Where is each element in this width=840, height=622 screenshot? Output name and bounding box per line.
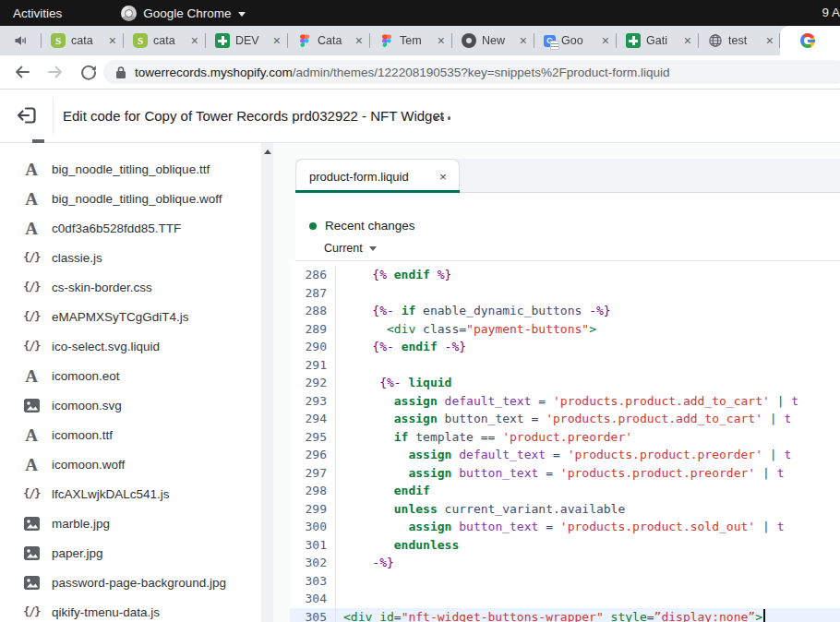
code-area[interactable]: 286 {% endif %}287288 {%- if enable_dyna… [290,261,840,622]
editor-tab-product-form[interactable]: product-form.liquid × [295,159,460,193]
exit-code-editor-button[interactable] [15,103,39,127]
lock-icon[interactable] [115,66,126,79]
unsaved-changes-dot-icon [309,222,317,230]
code-line: 300 assign button_text = 'products.produ… [290,518,840,536]
tab-label: Goo [561,34,596,47]
tab-close-icon[interactable]: × [766,34,774,47]
scroll-up-arrow-icon[interactable] [264,150,271,154]
line-number: 291 [290,356,336,375]
font-file-icon [20,426,42,444]
code-line: 293 assign default_text = 'products.prod… [290,392,840,411]
file-name: ico-select.svg.liquid [52,340,160,353]
browser-tab[interactable]: cata× [41,26,123,55]
file-sidebar: big_noodle_titling_oblique.ttfbig_noodle… [0,143,273,622]
tab-close-icon[interactable]: × [273,34,281,47]
browser-tab[interactable]: Gati× [616,26,698,55]
code-line-content [336,356,343,375]
browser-tab[interactable]: test× [698,26,780,55]
code-editor-panel: product-form.liquid × Recent changes Cur… [273,143,840,622]
file-item-lfcaxlwjkdalc541-js[interactable]: lfcAXLwjkDALc541.js [0,479,260,508]
tab-close-icon[interactable]: × [684,34,691,47]
file-item-password-page-background-jpg[interactable]: password-page-background.jpg [0,568,260,597]
browser-tab[interactable]: Cata× [287,26,369,55]
code-line: 286 {% endif %} [290,266,840,284]
tab-close-icon[interactable]: × [438,34,445,47]
browser-tab-active[interactable] [780,26,840,55]
tab-close-icon[interactable]: × [602,34,609,47]
file-item-c0df3a6b528fdd85-ttf[interactable]: c0df3a6b528fdd85.TTF [0,213,260,243]
activities-button[interactable]: Activities [13,6,62,20]
file-item-marble-jpg[interactable]: marble.jpg [0,508,260,538]
code-line: 291 [290,356,840,375]
page-title: Edit code for Copy of Tower Records prd0… [63,90,444,142]
line-number: 303 [290,572,336,591]
tab-close-icon[interactable]: × [191,34,198,47]
file-name: icomoon.eot [52,369,120,383]
audio-indicator[interactable] [0,26,41,55]
file-item-big-noodle-titling-oblique-ttf[interactable]: big_noodle_titling_oblique.ttf [0,154,260,184]
favicon-dark-circle-icon [462,33,476,48]
tab-close-icon[interactable]: × [355,34,363,47]
address-bar[interactable]: towerrecords.myshopify.com/admin/themes/… [103,60,840,84]
browser-tab[interactable]: Goo× [534,26,616,55]
code-line: 298 endif [290,482,840,500]
tab-close-icon[interactable]: × [109,34,116,47]
clock[interactable]: 9 A [822,6,840,19]
browser-tab[interactable]: cata× [123,26,205,55]
code-line-content: {%- endif -%} [336,338,466,356]
editor-tab-close-icon[interactable]: × [439,170,459,184]
favicon-shopify-icon [51,33,66,48]
browser-tab[interactable]: Tem× [369,26,451,55]
code-line-content [336,284,343,303]
image-file-icon [20,399,42,413]
app-menu[interactable]: Google Chrome [121,6,245,21]
file-item-icomoon-woff[interactable]: icomoon.woff [0,449,260,479]
dots-icon [448,116,451,120]
tab-label: Cata [318,34,350,47]
file-name: icomoon.woff [52,458,125,472]
font-file-icon [20,456,42,473]
browser-tab[interactable]: DEV× [205,26,287,55]
favicon-green-cross-icon [215,33,230,48]
file-item-paper-jpg[interactable]: paper.jpg [0,538,260,568]
file-item-ico-select-svg-liquid[interactable]: ico-select.svg.liquid [0,331,260,361]
line-number: 292 [290,374,336,392]
code-line: 303 [290,572,840,591]
code-line-content: endunless [336,536,459,555]
line-number: 298 [290,482,336,500]
file-name: big_noodle_titling_oblique.woff [52,192,222,206]
file-item-big-noodle-titling-oblique-woff[interactable]: big_noodle_titling_oblique.woff [0,184,260,213]
file-item-qikify-tmenu-data-js[interactable]: qikify-tmenu-data.js [0,597,260,622]
file-item-icomoon-eot[interactable]: icomoon.eot [0,361,260,390]
code-line: 292 {%- liquid [290,374,840,392]
file-item-classie-js[interactable]: classie.js [0,243,260,272]
file-item-icomoon-svg[interactable]: icomoon.svg [0,390,260,420]
desktop-top-bar: Activities Google Chrome 9 A [0,0,840,26]
line-number: 301 [290,536,336,555]
back-button[interactable] [13,63,31,81]
code-line: 301 endunless [290,536,840,555]
file-name: classie.js [52,251,102,265]
sidebar-scrollbar[interactable] [261,143,273,622]
editor-tab-label: product-form.liquid [296,170,439,184]
code-line: 299 unless current_variant.available [290,500,840,519]
chevron-down-icon [238,12,246,17]
version-dropdown[interactable]: Current [324,242,377,255]
code-line: 290 {%- endif -%} [290,338,840,356]
file-item-icomoon-ttf[interactable]: icomoon.ttf [0,420,260,449]
forward-button[interactable] [46,63,65,81]
tab-label: DEV [235,34,268,47]
browser-tab[interactable]: New× [451,26,534,55]
font-file-icon [20,190,42,208]
tab-close-icon[interactable]: × [520,34,527,47]
file-name: qikify-tmenu-data.js [52,605,160,619]
file-item-emapmxsytcggdit4-js[interactable]: eMAPMXSyTCgGdiT4.js [0,302,260,331]
url-host: towerrecords.myshopify.com [135,66,293,79]
more-actions-button[interactable] [430,113,454,124]
line-number: 290 [290,338,336,356]
font-file-icon [20,220,42,237]
reload-button[interactable] [79,63,98,81]
file-item-cs-skin-border-css[interactable]: cs-skin-border.css [0,272,260,302]
line-number: 288 [290,302,336,320]
font-file-icon [20,161,42,178]
